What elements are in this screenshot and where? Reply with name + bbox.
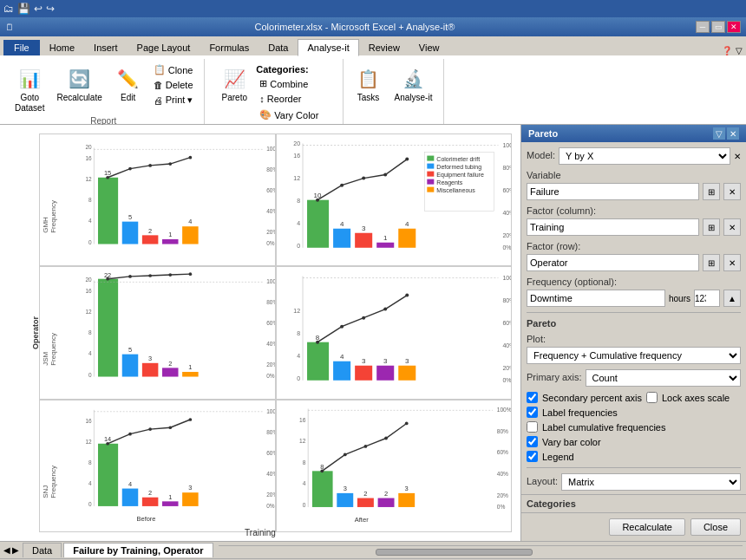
cb-lock-axes-input[interactable] — [646, 392, 658, 403]
svg-point-151 — [189, 418, 193, 421]
tab-data[interactable]: Data — [258, 39, 298, 55]
tab-insert[interactable]: Insert — [84, 39, 128, 55]
svg-text:1: 1 — [383, 234, 387, 242]
tab-view[interactable]: View — [409, 39, 449, 55]
svg-text:4: 4 — [297, 220, 300, 226]
factor-col-select-btn[interactable]: ⊞ — [703, 218, 720, 236]
svg-text:60%: 60% — [266, 321, 274, 327]
frequency-number-input[interactable] — [694, 290, 720, 307]
cb-secondary-percent-input[interactable] — [527, 392, 538, 403]
svg-text:3: 3 — [383, 357, 387, 365]
factor-row-input[interactable] — [527, 254, 699, 271]
layout-select[interactable]: Matrix — [561, 473, 741, 491]
save-qa-btn[interactable]: 💾 — [17, 3, 30, 15]
panel-close-btn[interactable]: ✕ — [727, 127, 739, 140]
print-btn[interactable]: 🖨 Print ▾ — [150, 93, 197, 107]
sheet-tab-failure[interactable]: Failure by Training, Operator — [63, 543, 213, 557]
recalculate-ribbon-btn[interactable]: 🔄 Recalculate — [52, 62, 106, 106]
delete-btn[interactable]: 🗑 Delete — [150, 78, 197, 92]
svg-text:40%: 40% — [502, 210, 511, 216]
tab-home[interactable]: Home — [40, 39, 84, 55]
variable-clear-btn[interactable]: ✕ — [723, 183, 741, 200]
panel-collapse-btn[interactable]: ▽ — [713, 127, 725, 140]
tab-formulas[interactable]: Formulas — [200, 39, 258, 55]
cb-label-cum-input[interactable] — [527, 421, 538, 433]
svg-text:80%: 80% — [266, 166, 274, 173]
svg-text:Reagents: Reagents — [436, 179, 462, 186]
variable-label: Variable — [527, 170, 741, 180]
tab-review[interactable]: Review — [359, 39, 409, 55]
sheet-scroll-right[interactable]: ▶ — [12, 545, 19, 555]
quick-access-toolbar: 🗂 💾 ↩ ↪ — [0, 0, 746, 17]
h-scrollbar-thumb[interactable] — [376, 549, 533, 556]
vary-color-btn[interactable]: 🎨 Vary Color — [256, 107, 330, 122]
svg-text:12: 12 — [85, 176, 92, 182]
model-row: Model: Y by X ✕ — [527, 147, 741, 165]
chart-area: Operator GMHFrequency 0 4 8 12 16 20 100… — [0, 125, 520, 541]
cb-vary-bar-label: Vary bar color — [542, 437, 601, 447]
close-panel-btn[interactable]: Close — [690, 518, 741, 536]
tab-pagelayout[interactable]: Page Layout — [128, 39, 200, 55]
recalculate-btn[interactable]: Recalculate — [609, 518, 684, 536]
svg-text:60%: 60% — [266, 449, 274, 455]
goto-dataset-btn[interactable]: 📊 GotoDataset — [10, 62, 49, 116]
svg-point-64 — [340, 184, 344, 187]
frequency-input[interactable] — [527, 290, 665, 307]
charts-grid: GMHFrequency 0 4 8 12 16 20 100% 80% 60%… — [39, 133, 512, 532]
redo-qa-btn[interactable]: ↪ — [46, 3, 55, 15]
svg-rect-117 — [398, 366, 416, 381]
undo-qa-btn[interactable]: ↩ — [34, 3, 43, 15]
tasks-btn[interactable]: 📋 Tasks — [350, 62, 387, 106]
frequency-spin-btn[interactable]: ▲ — [723, 290, 741, 307]
svg-point-96 — [189, 273, 193, 277]
cb-vary-bar-input[interactable] — [527, 436, 538, 447]
factor-row-clear-btn[interactable]: ✕ — [723, 254, 741, 271]
combine-btn[interactable]: ⊞ Combine — [256, 76, 330, 91]
model-x-icon: ✕ — [734, 152, 741, 161]
recalculate-label: Recalculate — [56, 93, 101, 103]
svg-rect-141 — [142, 497, 159, 505]
reorder-btn[interactable]: ↕ Reorder — [256, 92, 330, 106]
svg-text:80%: 80% — [496, 427, 507, 433]
ribbon-minimize-icon[interactable]: ▽ — [736, 46, 743, 55]
minimize-btn[interactable]: ─ — [696, 21, 710, 33]
cb-label-freq-input[interactable] — [527, 407, 538, 418]
factor-col-clear-btn[interactable]: ✕ — [723, 218, 741, 236]
restore-btn[interactable]: ▭ — [711, 21, 725, 33]
svg-text:15: 15 — [104, 169, 111, 177]
factor-col-input[interactable] — [527, 218, 699, 236]
svg-point-65 — [362, 177, 365, 180]
factor-row-select-btn[interactable]: ⊞ — [703, 254, 720, 271]
title-bar: 🗒 Colorimeter.xlsx - Microsoft Excel + A… — [0, 17, 746, 36]
sheet-scroll-left[interactable]: ◀ — [3, 545, 10, 555]
variable-select-btn[interactable]: ⊞ — [703, 183, 720, 200]
pareto-btn[interactable]: 📈 Pareto — [216, 62, 252, 106]
clone-btn[interactable]: 📋 Clone — [150, 62, 197, 77]
svg-rect-50 — [398, 229, 416, 248]
cb-label-cum-label: Label cumulative frequencies — [542, 422, 665, 433]
svg-text:8: 8 — [320, 462, 324, 470]
primary-axis-select[interactable]: Count — [586, 369, 741, 387]
svg-text:3: 3 — [148, 355, 152, 362]
svg-text:3: 3 — [404, 485, 408, 492]
cb-vary-bar: Vary bar color — [527, 436, 741, 447]
cb-legend-input[interactable] — [527, 451, 538, 462]
variable-input[interactable] — [527, 183, 699, 200]
primary-axis-label: Primary axis: — [527, 372, 582, 382]
sheet-tab-data[interactable]: Data — [23, 543, 62, 557]
cb-label-freq-label: Label frequencies — [542, 407, 618, 418]
plot-select[interactable]: Frequency + Cumulative frequency — [527, 347, 741, 364]
analyseit-btn[interactable]: 🔬 Analyse-it — [390, 62, 437, 106]
model-select[interactable]: Y by X — [559, 147, 730, 165]
edit-label: Edit — [121, 93, 135, 103]
divider-1 — [527, 312, 741, 313]
svg-point-176 — [320, 469, 324, 472]
ribbon-help-icon[interactable]: ❓ — [722, 46, 732, 55]
svg-rect-88 — [162, 368, 179, 377]
svg-text:12: 12 — [85, 438, 92, 444]
edit-btn[interactable]: ✏️ Edit — [110, 62, 147, 106]
close-btn[interactable]: ✕ — [727, 21, 741, 33]
tab-analyseit[interactable]: Analyse-it — [298, 39, 358, 56]
tab-file[interactable]: File — [3, 40, 40, 55]
svg-rect-84 — [122, 355, 139, 377]
